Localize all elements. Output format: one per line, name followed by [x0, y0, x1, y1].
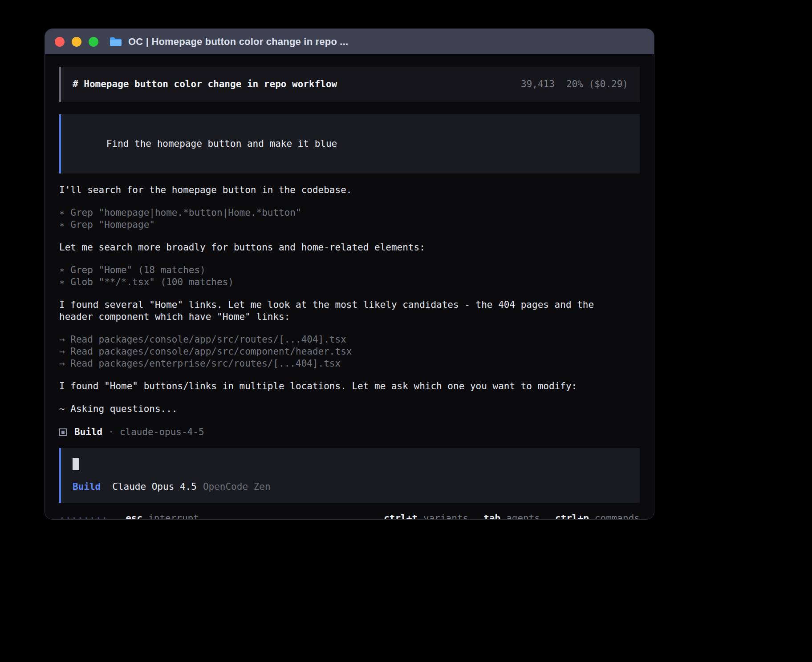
tool-call-grep: ∗ Grep "Homepage": [59, 219, 640, 231]
tool-call-grep: ∗ Grep "homepage|home.*button|Home.*butt…: [59, 207, 640, 219]
assistant-text: I'll search for the homepage button in t…: [59, 184, 640, 196]
close-button[interactable]: [55, 37, 65, 47]
tool-call-group: ∗ Grep "Home" (18 matches) ∗ Glob "**/*.…: [59, 264, 640, 288]
assistant-text: I found several "Home" links. Let me loo…: [59, 299, 620, 323]
agent-model: claude-opus-4-5: [120, 426, 204, 438]
shortcut-label: commands: [595, 513, 640, 520]
shortcut-label: agents: [506, 513, 540, 520]
terminal-content: # Homepage button color change in repo w…: [45, 54, 654, 520]
tool-call-read: → Read packages/console/app/src/componen…: [59, 346, 640, 358]
tool-call-group: → Read packages/console/app/src/routes/[…: [59, 334, 640, 370]
agent-name: Build: [74, 426, 102, 438]
zoom-button[interactable]: [89, 37, 98, 47]
session-stats: 39,413 20% ($0.29): [521, 78, 628, 90]
text-cursor: [73, 458, 79, 470]
tool-call-glob: ∗ Glob "**/*.tsx" (100 matches): [59, 276, 640, 288]
context-cost: 20% ($0.29): [566, 78, 628, 90]
tool-call-read: → Read packages/console/app/src/routes/[…: [59, 334, 640, 346]
provider-name: OpenCode Zen: [203, 481, 271, 493]
titlebar: OC | Homepage button color change in rep…: [45, 29, 654, 54]
interrupt-label: interrupt: [148, 513, 199, 520]
agent-status-line: Build · claude-opus-4-5: [59, 426, 640, 438]
prompt-input[interactable]: Build Claude Opus 4.5 OpenCode Zen: [59, 448, 640, 503]
shortcut-label: variants: [423, 513, 468, 520]
session-header: # Homepage button color change in repo w…: [59, 67, 640, 102]
minimize-button[interactable]: [72, 37, 81, 47]
session-title: # Homepage button color change in repo w…: [73, 78, 337, 90]
shortcut-key: ctrl+p: [555, 513, 589, 520]
shortcut-agents: tab agents: [483, 513, 540, 520]
status-shortcuts: ctrl+t variants tab agents ctrl+p comman…: [384, 513, 640, 520]
tool-call-grep: ∗ Grep "Home" (18 matches): [59, 264, 640, 276]
user-message: Find the homepage button and make it blu…: [59, 114, 640, 174]
terminal-window: OC | Homepage button color change in rep…: [45, 28, 654, 520]
esc-key-hint: esc: [126, 513, 142, 520]
token-count: 39,413: [521, 78, 555, 90]
traffic-lights: [55, 37, 98, 47]
input-footer: Build Claude Opus 4.5 OpenCode Zen: [73, 481, 628, 493]
assistant-text: Let me search more broadly for buttons a…: [59, 242, 640, 254]
spinner-dots: ········: [59, 513, 108, 520]
window-title: OC | Homepage button color change in rep…: [128, 36, 348, 48]
status-bar: ········ esc interrupt ctrl+t variants t…: [59, 513, 640, 520]
shortcut-variants: ctrl+t variants: [384, 513, 468, 520]
tool-call-group: ∗ Grep "homepage|home.*button|Home.*butt…: [59, 207, 640, 231]
tool-call-read: → Read packages/enterprise/src/routes/[.…: [59, 358, 640, 370]
model-name: Claude Opus 4.5: [112, 481, 197, 493]
mode-indicator[interactable]: Build: [73, 481, 101, 493]
agent-separator: ·: [108, 426, 114, 438]
shortcut-key: tab: [483, 513, 500, 520]
shortcut-key: ctrl+t: [384, 513, 418, 520]
user-message-text: Find the homepage button and make it blu…: [106, 138, 337, 149]
status-left: ········ esc interrupt: [59, 513, 199, 520]
square-agent-icon: [59, 428, 67, 436]
assistant-status-text: ~ Asking questions...: [59, 403, 640, 415]
folder-icon: [109, 36, 122, 47]
shortcut-commands: ctrl+p commands: [555, 513, 640, 520]
interrupt-hint: esc interrupt: [126, 513, 199, 520]
assistant-text: I found "Home" buttons/links in multiple…: [59, 380, 640, 392]
